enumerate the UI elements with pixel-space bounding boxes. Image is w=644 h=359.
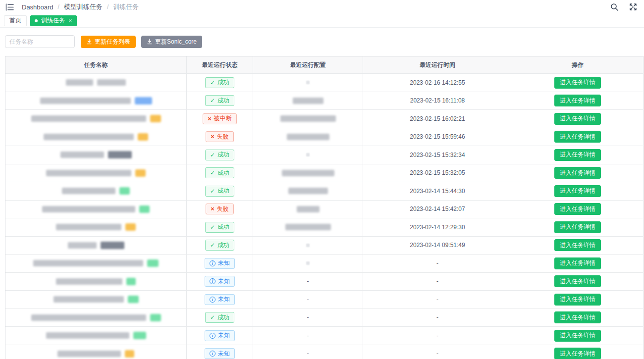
update-sonic-core-button[interactable]: 更新Sonic_core bbox=[141, 36, 202, 48]
menu-collapse-icon[interactable] bbox=[4, 1, 15, 12]
redacted-tag bbox=[119, 187, 130, 195]
tab-home[interactable]: 首页 bbox=[4, 15, 27, 26]
redacted-tag bbox=[150, 314, 161, 321]
status-label: 未知 bbox=[218, 295, 230, 304]
enter-task-button[interactable]: 进入任务详情 bbox=[554, 221, 601, 233]
redacted-task-name bbox=[68, 242, 97, 249]
redacted-task-name bbox=[42, 206, 135, 212]
breadcrumb-item-dashboard[interactable]: Dashboard bbox=[22, 3, 54, 11]
enter-task-button[interactable]: 进入任务详情 bbox=[554, 330, 601, 342]
status-label: 未知 bbox=[218, 259, 230, 267]
action-cell: 进入任务详情 bbox=[512, 255, 643, 273]
tab-close-icon[interactable]: × bbox=[68, 17, 72, 24]
status-cell: i 未知 bbox=[187, 345, 253, 359]
enter-task-button[interactable]: 进入任务详情 bbox=[554, 95, 601, 106]
run-time: 2023-02-16 14:12:55 bbox=[363, 74, 512, 92]
redacted-task-name bbox=[60, 152, 104, 158]
table-row: × 失败 2023-02-14 15:42:07 进入任务详情 bbox=[5, 201, 643, 219]
redacted-config bbox=[285, 224, 331, 230]
task-name-cell bbox=[5, 309, 187, 327]
redacted-task-name bbox=[56, 224, 121, 230]
task-name-input[interactable] bbox=[5, 35, 75, 48]
redacted-task-name bbox=[46, 170, 131, 176]
status-icon: i bbox=[210, 333, 215, 339]
enter-task-button[interactable]: 进入任务详情 bbox=[554, 257, 601, 269]
search-icon[interactable] bbox=[609, 2, 619, 12]
task-name-cell bbox=[5, 291, 187, 309]
action-cell: 进入任务详情 bbox=[512, 74, 643, 92]
run-time: 2023-02-15 15:32:05 bbox=[363, 164, 512, 183]
status-badge: i 未知 bbox=[205, 348, 235, 359]
config-cell bbox=[253, 218, 363, 237]
redacted-tag bbox=[135, 169, 146, 177]
table-row: ✓ 成功 2023-02-16 14:12:55 进入任务详情 bbox=[5, 74, 643, 92]
status-cell: ✓ 成功 bbox=[187, 182, 253, 201]
redacted-config bbox=[306, 244, 310, 247]
enter-task-button[interactable]: 进入任务详情 bbox=[554, 131, 601, 143]
status-icon: ✓ bbox=[210, 242, 215, 248]
enter-task-button[interactable]: 进入任务详情 bbox=[554, 239, 601, 251]
action-cell: 进入任务详情 bbox=[512, 291, 643, 309]
download-icon bbox=[147, 39, 153, 45]
task-name-cell bbox=[5, 92, 187, 110]
enter-task-button[interactable]: 进入任务详情 bbox=[554, 77, 601, 89]
table-row: i 未知 - - 进入任务详情 bbox=[5, 291, 643, 309]
redacted-config bbox=[306, 153, 310, 156]
status-label: 未知 bbox=[218, 277, 230, 286]
task-name-cell bbox=[5, 74, 187, 92]
enter-task-button[interactable]: 进入任务详情 bbox=[554, 167, 601, 179]
task-name-cell bbox=[5, 237, 187, 255]
enter-task-button[interactable]: 进入任务详情 bbox=[554, 275, 601, 287]
status-label: 被中断 bbox=[214, 114, 232, 123]
enter-task-button[interactable]: 进入任务详情 bbox=[554, 311, 601, 323]
enter-task-button[interactable]: 进入任务详情 bbox=[554, 294, 601, 306]
enter-task-button[interactable]: 进入任务详情 bbox=[554, 113, 601, 125]
table-row: × 失败 2023-02-15 15:59:46 进入任务详情 bbox=[5, 128, 643, 147]
tab-active-dot bbox=[35, 19, 38, 22]
config-cell: - bbox=[253, 273, 363, 291]
breadcrumb-separator: / bbox=[58, 3, 59, 10]
status-icon: ✓ bbox=[210, 80, 215, 86]
update-task-list-button[interactable]: 更新任务列表 bbox=[81, 36, 136, 48]
redacted-task-name bbox=[46, 332, 129, 339]
redacted-tag bbox=[138, 133, 148, 141]
table-row: ✓ 成功 2023-02-14 12:29:30 进入任务详情 bbox=[5, 218, 643, 237]
col-run-config: 最近运行配置 bbox=[253, 56, 363, 74]
redacted-task-name bbox=[44, 134, 134, 140]
table-row: i 未知 - - 进入任务详情 bbox=[5, 327, 643, 345]
status-label: 成功 bbox=[217, 97, 229, 105]
enter-task-button[interactable]: 进入任务详情 bbox=[554, 185, 601, 197]
config-cell: - bbox=[253, 309, 363, 327]
redacted-config bbox=[282, 170, 334, 176]
enter-task-button[interactable]: 进入任务详情 bbox=[554, 149, 601, 161]
redacted-task-name bbox=[31, 314, 146, 321]
status-icon: i bbox=[210, 297, 215, 303]
status-badge: i 未知 bbox=[205, 294, 235, 305]
redacted-config bbox=[293, 98, 323, 104]
status-cell: i 未知 bbox=[187, 273, 253, 291]
enter-task-button[interactable]: 进入任务详情 bbox=[554, 203, 601, 215]
breadcrumb-item-model-training[interactable]: 模型训练任务 bbox=[64, 2, 103, 11]
action-cell: 进入任务详情 bbox=[512, 218, 643, 237]
redacted-task-name bbox=[101, 242, 124, 249]
fullscreen-icon[interactable] bbox=[628, 2, 638, 12]
redacted-config bbox=[288, 188, 328, 194]
redacted-task-name bbox=[108, 151, 132, 158]
task-name-cell bbox=[5, 110, 187, 128]
run-time: 2023-02-15 16:11:08 bbox=[363, 92, 512, 110]
redacted-config bbox=[280, 115, 336, 122]
redacted-tag bbox=[125, 223, 136, 231]
status-icon: × bbox=[211, 206, 214, 212]
status-icon: ✓ bbox=[210, 188, 215, 194]
status-badge: × 被中断 bbox=[203, 113, 236, 124]
status-icon: ✓ bbox=[210, 314, 215, 320]
breadcrumb-item-current: 训练任务 bbox=[113, 2, 139, 11]
action-cell: 进入任务详情 bbox=[512, 164, 643, 183]
status-badge: × 失败 bbox=[206, 204, 233, 214]
tab-training-tasks[interactable]: 训练任务 × bbox=[30, 15, 77, 26]
status-icon: ✓ bbox=[210, 170, 215, 176]
table-row: ✓ 成功 2023-02-15 15:32:34 进入任务详情 bbox=[5, 146, 643, 164]
config-cell: - bbox=[253, 345, 363, 359]
enter-task-button[interactable]: 进入任务详情 bbox=[554, 348, 601, 359]
action-cell: 进入任务详情 bbox=[512, 237, 643, 255]
